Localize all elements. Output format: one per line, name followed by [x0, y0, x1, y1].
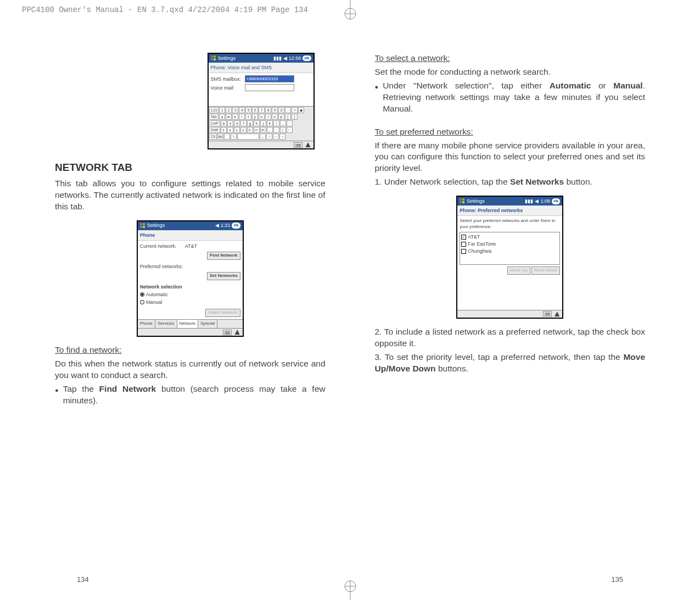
tab-network[interactable]: Network: [177, 320, 198, 328]
up-arrow-icon[interactable]: ▲: [553, 308, 561, 320]
keyboard-key[interactable]: n: [254, 127, 260, 133]
keyboard-key[interactable]: 5: [245, 107, 251, 113]
keyboard-key[interactable]: 2: [226, 107, 232, 113]
windows-logo-icon: [211, 55, 216, 61]
network-list-item[interactable]: Far EasTone: [461, 241, 558, 247]
up-arrow-icon[interactable]: ▲: [304, 139, 312, 151]
keyboard-key[interactable]: f: [240, 120, 247, 126]
keyboard-key[interactable]: 9: [272, 107, 278, 113]
checkbox-icon[interactable]: [461, 249, 466, 254]
keyboard-key[interactable]: k: [267, 120, 273, 126]
tab-services[interactable]: Services: [155, 320, 177, 328]
keyboard-key[interactable]: áü: [217, 134, 223, 140]
onscreen-keyboard[interactable]: 1231234567890-=◆ Tabqwertyuiop[] CAPasdf…: [209, 106, 313, 141]
keyboard-key[interactable]: a: [221, 120, 227, 126]
find-network-button[interactable]: Find Network: [207, 252, 240, 260]
ss3-title: Settings: [467, 198, 485, 204]
keyboard-key[interactable]: s: [227, 120, 233, 126]
radio-automatic[interactable]: Automatic: [140, 291, 240, 298]
keyboard-key[interactable]: ↑: [266, 134, 272, 140]
screenshot-network-tab: Settings ◀ 1:21 ok Phone Current network…: [137, 220, 244, 337]
keyboard-key[interactable]: \: [231, 134, 237, 140]
keyboard-key[interactable]: ←: [273, 134, 279, 140]
keyboard-key[interactable]: j: [260, 120, 266, 126]
keyboard-key[interactable]: `: [224, 134, 230, 140]
keyboard-key[interactable]: c: [234, 127, 240, 133]
keyboard-key[interactable]: o: [272, 114, 278, 120]
sms-input[interactable]: [245, 75, 294, 82]
keyboard-key[interactable]: p: [278, 114, 284, 120]
keyboard-key[interactable]: →: [279, 134, 285, 140]
page-number-right: 135: [611, 575, 623, 584]
tab-special[interactable]: Special: [198, 320, 217, 328]
keyboard-key[interactable]: g: [247, 120, 253, 126]
keyboard-key[interactable]: ]: [292, 114, 298, 120]
keyboard-key[interactable]: e: [232, 114, 238, 120]
keyboard-key[interactable]: 3: [232, 107, 238, 113]
keyboard-key[interactable]: ←: [287, 127, 293, 133]
ss1-time: 12:58: [289, 55, 301, 62]
keyboard-key[interactable]: y: [252, 114, 258, 120]
keyboard-key[interactable]: 7: [259, 107, 265, 113]
up-arrow-icon[interactable]: ▲: [233, 326, 241, 338]
keyboard-key[interactable]: [237, 134, 259, 140]
ok-button[interactable]: ok: [303, 55, 311, 62]
keyboard-key[interactable]: ↓: [260, 134, 266, 140]
keyboard-key[interactable]: ;: [280, 120, 286, 126]
keyboard-toggle-icon[interactable]: ⌨: [223, 330, 232, 335]
preferred-networks-listbox[interactable]: ✓AT&TFar EasToneChunghwa: [460, 232, 560, 265]
keyboard-toggle-icon[interactable]: ⌨: [294, 142, 303, 148]
keyboard-key[interactable]: /: [280, 127, 286, 133]
keyboard-key[interactable]: w: [226, 114, 232, 120]
keyboard-key[interactable]: CAP: [209, 120, 220, 126]
keyboard-key[interactable]: q: [219, 114, 225, 120]
windows-logo-icon: [460, 198, 465, 204]
network-list-item[interactable]: Chunghwa: [461, 248, 558, 254]
keyboard-key[interactable]: -: [285, 107, 291, 113]
settings-tabs[interactable]: PhoneServicesNetworkSpecial: [138, 319, 243, 328]
ss3-instruction: Select your preferred networks and order…: [460, 218, 560, 230]
keyboard-key[interactable]: ,: [267, 127, 273, 133]
keyboard-key[interactable]: Tab: [209, 114, 219, 120]
crop-mark-top: [339, 0, 361, 22]
keyboard-key[interactable]: v: [240, 127, 247, 133]
keyboard-key[interactable]: ': [287, 120, 293, 126]
keyboard-key[interactable]: x: [227, 127, 233, 133]
keyboard-key[interactable]: d: [234, 120, 240, 126]
left-column: Settings ▮▮▮ ◀ 12:58 ok Phone: Voice mai…: [55, 53, 326, 408]
keyboard-key[interactable]: 6: [252, 107, 258, 113]
keyboard-key[interactable]: h: [254, 120, 260, 126]
ok-button[interactable]: ok: [232, 223, 240, 229]
ss2-subtitle: Phone: [138, 230, 243, 241]
keyboard-key[interactable]: 123: [209, 107, 219, 113]
keyboard-key[interactable]: u: [259, 114, 265, 120]
keyboard-key[interactable]: r: [239, 114, 245, 120]
radio-manual[interactable]: Manual: [140, 299, 240, 306]
voice-input[interactable]: [245, 84, 294, 91]
keyboard-key[interactable]: 0: [278, 107, 284, 113]
keyboard-key[interactable]: m: [260, 127, 266, 133]
keyboard-key[interactable]: t: [245, 114, 251, 120]
keyboard-key[interactable]: 1: [219, 107, 225, 113]
keyboard-key[interactable]: 4: [239, 107, 245, 113]
keyboard-key[interactable]: Ctl: [209, 134, 217, 140]
keyboard-key[interactable]: ◆: [298, 107, 304, 113]
keyboard-key[interactable]: =: [292, 107, 298, 113]
keyboard-key[interactable]: b: [247, 127, 253, 133]
network-list-item[interactable]: ✓AT&T: [461, 234, 558, 240]
keyboard-toggle-icon[interactable]: ⌨: [543, 311, 552, 316]
signal-icon: ▮▮▮: [525, 198, 533, 204]
checkbox-icon[interactable]: [461, 242, 466, 247]
set-networks-button[interactable]: Set Networks: [207, 272, 240, 280]
keyboard-key[interactable]: i: [265, 114, 271, 120]
keyboard-key[interactable]: z: [221, 127, 227, 133]
ok-button[interactable]: ok: [552, 198, 560, 204]
keyboard-key[interactable]: Shift: [209, 127, 220, 133]
keyboard-key[interactable]: l: [273, 120, 279, 126]
keyboard-key[interactable]: 8: [265, 107, 271, 113]
tab-phone[interactable]: Phone: [138, 320, 155, 328]
keyboard-key[interactable]: .: [273, 127, 279, 133]
network-item-label: AT&T: [468, 234, 480, 240]
checkbox-icon[interactable]: ✓: [461, 235, 466, 240]
keyboard-key[interactable]: [: [285, 114, 291, 120]
